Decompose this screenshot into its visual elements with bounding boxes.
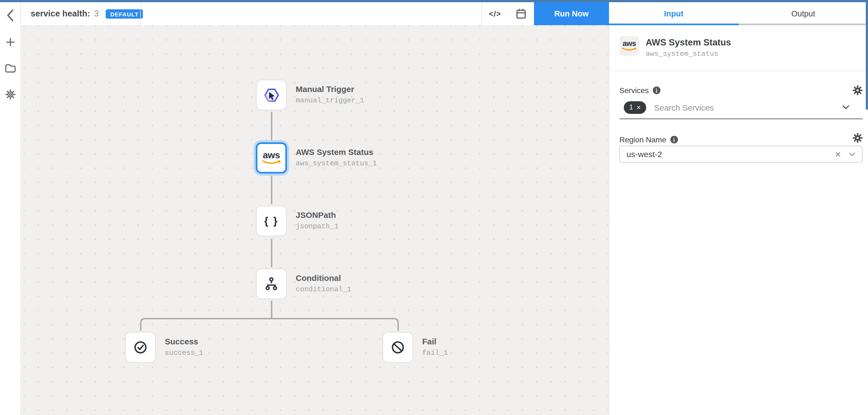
node-label: JSONPath: [296, 210, 338, 220]
services-multiselect[interactable]: 1 ✕ Search Services: [619, 101, 863, 114]
node-id: aws_system_status_1: [296, 159, 377, 167]
chip-remove-icon[interactable]: ✕: [637, 104, 641, 110]
node-config-panel: aws AWS System Status aws_system_status …: [609, 25, 868, 415]
node-conditional[interactable]: Conditional conditional_1: [256, 268, 287, 299]
panel-node-id: aws_system_status: [646, 50, 718, 58]
aws-logo-icon: aws: [261, 151, 281, 165]
header-divider: [140, 2, 141, 25]
view-code-button[interactable]: </>: [482, 2, 508, 25]
panel-divider: [610, 71, 868, 71]
services-settings-gear-icon[interactable]: [852, 86, 863, 95]
default-badge: DEFAULT: [106, 9, 143, 18]
node-box[interactable]: [382, 332, 413, 363]
left-sidebar: [0, 2, 21, 415]
node-box[interactable]: [125, 332, 156, 363]
scrollbar-thumb[interactable]: [866, 0, 868, 109]
services-label-row: Services i: [619, 86, 660, 95]
chevron-down-icon[interactable]: [849, 152, 856, 156]
workflow-title-block: service health: 3 DEFAULT: [31, 2, 143, 25]
services-search-placeholder: Search Services: [654, 103, 714, 112]
info-icon[interactable]: i: [652, 87, 660, 94]
node-manual-trigger[interactable]: Manual Trigger manual_trigger_1: [256, 79, 287, 110]
workflow-run-count: 3: [94, 9, 99, 19]
panel-tabs: Input Output: [609, 2, 868, 25]
code-icon: </>: [489, 9, 501, 18]
node-id: jsonpath_1: [296, 222, 338, 230]
workflow-title: service health:: [31, 9, 90, 19]
node-label: Conditional: [296, 273, 351, 283]
services-label: Services: [619, 86, 649, 95]
clear-icon[interactable]: ✕: [835, 150, 841, 159]
node-jsonpath[interactable]: { } JSONPath jsonpath_1: [256, 205, 287, 236]
node-label: Success: [165, 337, 203, 346]
region-label-row: Region Name i: [619, 135, 678, 144]
node-id: conditional_1: [296, 285, 351, 293]
region-name-select[interactable]: ✕: [619, 146, 863, 163]
node-aws-system-status[interactable]: aws AWS System Status aws_system_status_…: [256, 142, 287, 173]
panel-node-icon: aws: [619, 36, 639, 56]
workflow-canvas[interactable]: Manual Trigger manual_trigger_1 aws AWS …: [20, 25, 609, 415]
back-icon[interactable]: [6, 9, 14, 22]
node-box[interactable]: [256, 268, 287, 299]
chevron-down-icon[interactable]: [842, 105, 849, 109]
selected-services-chip[interactable]: 1 ✕: [624, 101, 647, 114]
region-name-label: Region Name: [619, 135, 666, 144]
run-now-button[interactable]: Run Now: [534, 2, 609, 25]
curly-braces-icon: { }: [264, 215, 278, 227]
workflow-editor: service health: 3 DEFAULT </> Run Now In…: [0, 0, 868, 415]
node-label: Manual Trigger: [296, 84, 364, 94]
folder-icon[interactable]: [5, 64, 16, 73]
node-id: manual_trigger_1: [296, 96, 364, 104]
tab-input[interactable]: Input: [609, 2, 739, 25]
schedule-button[interactable]: [508, 2, 534, 25]
node-box-selected[interactable]: aws: [256, 142, 287, 173]
node-box[interactable]: { }: [256, 205, 287, 236]
region-settings-gear-icon[interactable]: [852, 133, 863, 143]
services-field-underline: [619, 118, 863, 119]
panel-node-title: AWS System Status: [646, 37, 731, 47]
manual-trigger-hexagon-cursor-icon: [263, 87, 280, 103]
node-success[interactable]: Success success_1: [125, 332, 156, 363]
node-id: success_1: [165, 349, 203, 357]
aws-logo-icon: aws: [622, 40, 637, 52]
ban-icon: [391, 340, 405, 355]
info-icon[interactable]: i: [670, 136, 678, 143]
node-label: AWS System Status: [296, 147, 377, 157]
node-id: fail_1: [422, 349, 448, 357]
calendar-icon: [516, 8, 526, 19]
plus-icon[interactable]: [5, 37, 15, 47]
node-fail[interactable]: Fail fail_1: [382, 332, 413, 363]
chip-count: 1: [629, 103, 633, 111]
tab-output[interactable]: Output: [739, 2, 868, 25]
region-name-input[interactable]: [620, 150, 835, 159]
branch-icon: [264, 277, 279, 291]
settings-icon[interactable]: [5, 89, 16, 100]
window-top-bar: [0, 0, 868, 2]
node-box[interactable]: [256, 79, 287, 110]
check-circle-icon: [133, 340, 148, 355]
node-label: Fail: [422, 337, 448, 346]
